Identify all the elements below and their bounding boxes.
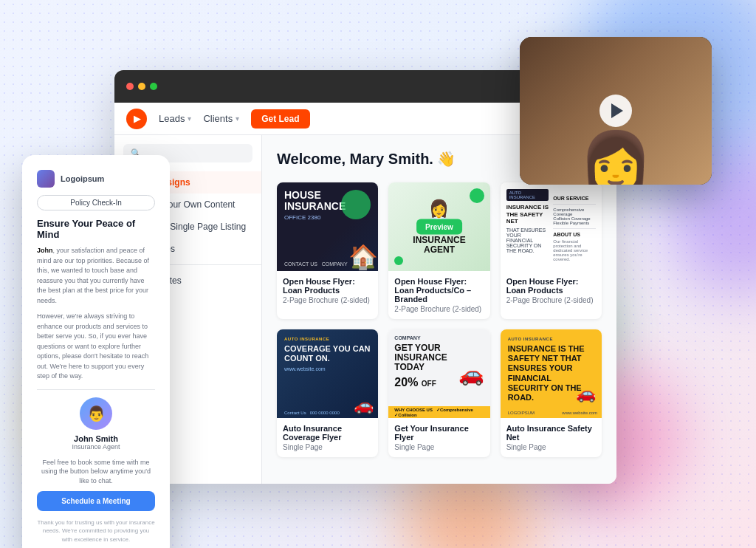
email-logo-text: Logoipsum bbox=[61, 174, 104, 183]
card-info-get-your: Get Your Insurance Flyer Single Page bbox=[388, 418, 489, 457]
getyour-car-icon: 🚗 bbox=[458, 362, 484, 386]
play-icon bbox=[611, 103, 623, 118]
browser-body: 🔍 ⊞ My Designs 🛠 Build Your Own Content … bbox=[114, 135, 616, 484]
email-avatar-section: 👨 John Smith Insurance Agent bbox=[37, 397, 155, 451]
email-card-note: Feel free to book some time with me usin… bbox=[37, 458, 155, 486]
design-card-auto[interactable]: AUTO INSURANCE INSURANCE IS THE SAFETY N… bbox=[501, 182, 602, 319]
auto-about-us: ABOUT US bbox=[553, 232, 596, 237]
leads-label: Leads bbox=[159, 113, 185, 124]
coverage-title: COVERAGE YOU CAN COUNT ON. bbox=[284, 344, 371, 363]
design-card-coverage[interactable]: AUTO INSURANCE COVERAGE YOU CAN COUNT ON… bbox=[277, 329, 378, 457]
video-thumbnail[interactable]: 👩 bbox=[520, 37, 712, 185]
video-play-button[interactable] bbox=[599, 95, 632, 127]
minimize-button[interactable] bbox=[138, 83, 145, 90]
email-body-text: , your satisfaction and peace of mind ar… bbox=[37, 247, 149, 304]
email-divider bbox=[37, 389, 155, 390]
email-logo-icon bbox=[37, 170, 55, 188]
email-card-footer: Thank you for trusting us with your insu… bbox=[37, 518, 155, 544]
safety-logo: LOGOIPSUM bbox=[508, 411, 535, 415]
email-card: Logoipsum Policy Check-In Ensure Your Pe… bbox=[22, 155, 170, 548]
auto-left-col: AUTO INSURANCE INSURANCE IS THE SAFETY N… bbox=[506, 188, 549, 265]
home-green-dot1 bbox=[470, 188, 484, 203]
policy-checkin-button[interactable]: Policy Check-In bbox=[37, 195, 155, 210]
card-thumb-coverage: AUTO INSURANCE COVERAGE YOU CAN COUNT ON… bbox=[277, 329, 378, 418]
card-sub-home-agent: 2-Page Brochure (2-sided) bbox=[394, 305, 484, 313]
card-title-coverage: Auto Insurance Coverage Flyer bbox=[283, 424, 372, 442]
auto-our-service: OUR SERVICE bbox=[553, 196, 596, 201]
email-card-body2: However, we're always striving to enhanc… bbox=[37, 312, 155, 382]
design-grid: HOUSEINSURANCE OFFICE 2380 🏠 CONTACT US … bbox=[277, 182, 602, 457]
safety-car-icon: 🚗 bbox=[576, 384, 596, 403]
design-card-safety[interactable]: AUTO INSURANCE INSURANCE IS THE SAFETY N… bbox=[501, 329, 602, 457]
agent-name: John Smith bbox=[74, 434, 118, 443]
agent-role: Insurance Agent bbox=[72, 443, 120, 451]
coverage-contact: Contact Us 000 0000 0000 bbox=[284, 411, 340, 415]
coverage-car-icon: 🚗 bbox=[354, 396, 374, 415]
design-card-get-your[interactable]: COMPANY GET YOURINSURANCETODAY 20% OFF 🚗… bbox=[388, 329, 489, 457]
main-content: Welcome, Mary Smith. 👋 HOUSEINSURANCE OF… bbox=[262, 135, 616, 484]
house-thumb-bottom: CONTACT US COMPANY bbox=[284, 261, 348, 267]
app-logo: ▶ bbox=[126, 109, 147, 129]
email-body-intro: John bbox=[37, 247, 53, 254]
auto-service-list: Comprehensive CoverageCollision Coverage… bbox=[553, 208, 596, 225]
preview-button[interactable]: Preview bbox=[416, 219, 462, 235]
card-thumb-safety: AUTO INSURANCE INSURANCE IS THE SAFETY N… bbox=[501, 329, 602, 418]
card-sub-coverage: Single Page bbox=[283, 443, 372, 451]
getyour-yellow-bar: WHY CHOOSE US ✓Comprehensive ✓Collision bbox=[388, 406, 489, 418]
clients-chevron-icon: ▾ bbox=[236, 114, 239, 123]
card-thumb-auto: AUTO INSURANCE INSURANCE IS THE SAFETY N… bbox=[501, 182, 602, 271]
safety-badge: AUTO INSURANCE bbox=[508, 337, 594, 341]
auto-divider1 bbox=[553, 204, 596, 205]
safety-url: www.website.com bbox=[562, 411, 597, 415]
card-thumb-home-agent: 👩‍💼 HOMEINSURANCEAGENT Preview bbox=[388, 182, 489, 271]
card-title-safety: Auto Insurance Safety Net bbox=[506, 424, 596, 442]
card-info-auto: Open House Flyer: Loan Products 2-Page B… bbox=[501, 271, 602, 310]
card-sub-safety: Single Page bbox=[506, 443, 596, 451]
getyour-company: COMPANY bbox=[394, 335, 484, 340]
card-thumb-get-your: COMPANY GET YOURINSURANCETODAY 20% OFF 🚗… bbox=[388, 329, 489, 418]
card-sub-get-your: Single Page bbox=[394, 443, 484, 451]
schedule-meeting-button[interactable]: Schedule a Meeting bbox=[37, 491, 155, 511]
card-info-home-agent: Open House Flyer: Loan Products/Co – Bra… bbox=[388, 271, 489, 319]
auto-divider2 bbox=[553, 228, 596, 229]
close-button[interactable] bbox=[126, 83, 134, 90]
design-card-house[interactable]: HOUSEINSURANCE OFFICE 2380 🏠 CONTACT US … bbox=[277, 182, 378, 319]
card-title-auto: Open House Flyer: Loan Products bbox=[506, 277, 596, 295]
auto-right-col: OUR SERVICE Comprehensive CoverageCollis… bbox=[553, 188, 596, 265]
card-title-home-agent: Open House Flyer: Loan Products/Co – Bra… bbox=[394, 277, 484, 304]
clients-label: Clients bbox=[203, 113, 233, 124]
design-card-home-agent[interactable]: 👩‍💼 HOMEINSURANCEAGENT Preview Open Hous… bbox=[388, 182, 489, 319]
leads-chevron-icon: ▾ bbox=[188, 114, 191, 123]
card-title-get-your: Get Your Insurance Flyer bbox=[394, 424, 484, 442]
coverage-badge: AUTO INSURANCE bbox=[284, 337, 371, 341]
getyour-off: OFF bbox=[422, 380, 436, 388]
video-person-figure: 👩 bbox=[579, 133, 653, 185]
card-thumb-house: HOUSEINSURANCE OFFICE 2380 🏠 CONTACT US … bbox=[277, 182, 378, 271]
coverage-url: www.website.com bbox=[284, 366, 371, 371]
email-card-body: John, your satisfaction and peace of min… bbox=[37, 246, 155, 306]
window-controls bbox=[126, 83, 157, 90]
card-sub-auto: 2-Page Brochure (2-sided) bbox=[506, 296, 596, 304]
leads-nav-item[interactable]: Leads ▾ bbox=[159, 113, 191, 124]
card-info-safety: Auto Insurance Safety Net Single Page bbox=[501, 418, 602, 457]
auto-badge: AUTO INSURANCE bbox=[506, 189, 549, 201]
auto-about-text: Our financial protection and dedicated s… bbox=[553, 239, 596, 261]
get-lead-button[interactable]: Get Lead bbox=[251, 109, 309, 129]
card-title-house: Open House Flyer: Loan Products bbox=[283, 277, 372, 295]
auto-subheading: THAT ENSURES YOUR FINANCIAL SECURITY ON … bbox=[506, 227, 549, 253]
email-card-logo-row: Logoipsum bbox=[37, 170, 155, 188]
card-sub-house: 2-Page Brochure (2-sided) bbox=[283, 296, 372, 304]
clients-nav-item[interactable]: Clients ▾ bbox=[203, 113, 239, 124]
agent-avatar: 👨 bbox=[80, 397, 112, 430]
card-info-house: Open House Flyer: Loan Products 2-Page B… bbox=[277, 271, 378, 310]
maximize-button[interactable] bbox=[150, 83, 157, 90]
email-card-title: Ensure Your Peace of Mind bbox=[37, 218, 155, 240]
card-info-coverage: Auto Insurance Coverage Flyer Single Pag… bbox=[277, 418, 378, 457]
getyour-percent: 20% bbox=[394, 376, 418, 388]
auto-heading: INSURANCE IS THE SAFETY NET bbox=[506, 204, 549, 225]
home-green-dot2 bbox=[394, 256, 403, 265]
